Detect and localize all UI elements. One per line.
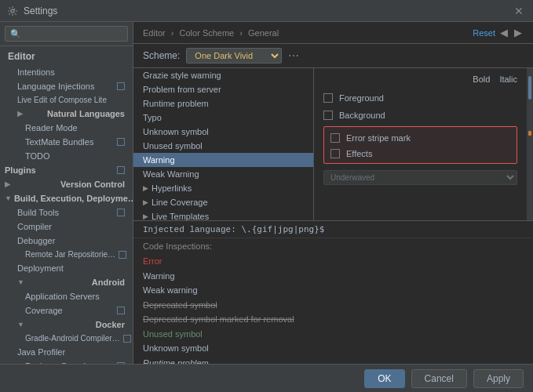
- sidebar-item-debugger[interactable]: Debugger: [0, 234, 133, 248]
- dialog-footer: OK Cancel Apply: [0, 364, 533, 392]
- error-stripe-label: Error stripe mark: [346, 133, 411, 143]
- code-item-deprecated: Deprecated symbol: [143, 298, 524, 313]
- sidebar-item-gradle-android[interactable]: Gradle-Android Compiler…: [0, 332, 133, 345]
- list-item-unused-symbol[interactable]: Unused symbol: [133, 139, 313, 153]
- title-text: Settings: [24, 5, 511, 16]
- sidebar-item-deployment[interactable]: Deployment: [0, 261, 133, 275]
- sidebar-item-version-control[interactable]: ▶Version Control: [0, 177, 133, 191]
- bold-label: Bold: [473, 74, 490, 84]
- code-item-unused: Unused symbol: [143, 327, 524, 342]
- sidebar-item-intentions[interactable]: Intentions: [0, 65, 133, 79]
- scroll-orange: [528, 131, 531, 136]
- sidebar-item-todo[interactable]: TODO: [0, 149, 133, 163]
- code-item-unknown: Unknown symbol: [143, 341, 524, 356]
- breadcrumb-editor: Editor: [143, 28, 166, 38]
- close-button[interactable]: ✕: [511, 5, 527, 17]
- sidebar-item-coverage[interactable]: Coverage: [0, 303, 133, 318]
- sidebar-item-natural-languages[interactable]: ▶Natural Languages: [0, 107, 133, 121]
- cancel-button[interactable]: Cancel: [411, 369, 467, 388]
- ok-button[interactable]: OK: [364, 369, 404, 388]
- list-item-weak-warning[interactable]: Weak Warning: [133, 167, 313, 181]
- highlighted-section: Error stripe mark Effects: [323, 126, 517, 164]
- sidebar-item-java-profiler[interactable]: Java Profiler: [0, 345, 133, 359]
- injected-value: \.{gif|jpg|png}$: [241, 224, 324, 234]
- editor-area: Grazie style warning Problem from server…: [133, 68, 533, 220]
- sidebar-item-build-tools[interactable]: Build Tools: [0, 205, 133, 220]
- breadcrumb: Editor › Color Scheme › General Reset ◀ …: [133, 22, 533, 44]
- foreground-checkbox[interactable]: [323, 93, 333, 103]
- sidebar-item-remote-jar[interactable]: Remote Jar Repositorie…: [0, 248, 133, 261]
- effects-label: Effects: [346, 149, 372, 158]
- breadcrumb-path: Editor › Color Scheme › General: [143, 28, 279, 38]
- sidebar-item-live-edit[interactable]: Live Edit of Compose Lite: [0, 93, 133, 107]
- svg-point-0: [11, 9, 14, 13]
- settings-dialog: Settings ✕ Editor Intentions Language In…: [0, 0, 533, 392]
- sidebar-item-compiler[interactable]: Compiler: [0, 220, 133, 234]
- list-item-line-coverage[interactable]: ▶Line Coverage: [133, 195, 313, 209]
- code-item-runtime: Runtime problem: [143, 356, 524, 365]
- badge-sq6: [117, 307, 125, 314]
- foreground-row: Foreground: [323, 92, 517, 104]
- breadcrumb-general: General: [248, 28, 279, 38]
- effects-select[interactable]: Underwaved: [323, 170, 517, 185]
- sidebar-item-reader-mode[interactable]: Reader Mode: [0, 121, 133, 135]
- badge-sq: [117, 82, 125, 90]
- sep1: ›: [171, 28, 177, 38]
- breadcrumb-nav: Reset ◀ ▶: [473, 27, 524, 38]
- sidebar-item-language-injections[interactable]: Language Injections: [0, 79, 133, 93]
- items-list: Grazie style warning Problem from server…: [133, 68, 314, 220]
- sidebar-item-android[interactable]: ▼Android: [0, 275, 133, 289]
- code-item-deprecated-marked: Deprecated symbol marked for removal: [143, 312, 524, 327]
- effects-checkbox[interactable]: [330, 149, 340, 158]
- badge-sq4: [117, 209, 125, 216]
- prop-header: Bold Italic: [323, 74, 517, 84]
- code-item-warning: Warning: [143, 269, 524, 284]
- settings-icon: [6, 5, 19, 17]
- badge-sq3: [117, 166, 125, 174]
- code-inspections: Code Inspections: Error Warning Weak war…: [133, 238, 533, 364]
- bottom-area: Injected language: \.{gif|jpg|png}$ Code…: [133, 220, 533, 364]
- reset-button[interactable]: Reset: [473, 28, 495, 38]
- injected-lang-row: Injected language: \.{gif|jpg|png}$: [133, 221, 533, 238]
- effects-row: Effects: [330, 149, 510, 158]
- background-checkbox[interactable]: [323, 111, 333, 120]
- scheme-select[interactable]: One Dark Vivid Default Darcula: [186, 48, 282, 64]
- list-item-typo[interactable]: Typo: [133, 111, 313, 125]
- code-item-error: Error: [143, 254, 524, 269]
- sidebar-item-plugins[interactable]: Plugins: [0, 163, 133, 177]
- right-scroll[interactable]: [527, 68, 533, 220]
- background-row: Background: [323, 109, 517, 122]
- search-input[interactable]: [5, 26, 128, 42]
- scroll-thumb: [528, 76, 531, 100]
- nav-back-button[interactable]: ◀: [498, 27, 509, 38]
- code-inspections-label: Code Inspections:: [143, 241, 524, 251]
- apply-button[interactable]: Apply: [473, 369, 524, 388]
- badge-sq2: [117, 138, 125, 146]
- sidebar-item-app-servers[interactable]: Application Servers: [0, 289, 133, 303]
- sidebar-header-editor: Editor: [0, 48, 133, 65]
- scheme-row: Scheme: One Dark Vivid Default Darcula ⋯: [133, 44, 533, 68]
- right-panel: Editor › Color Scheme › General Reset ◀ …: [133, 22, 533, 364]
- list-item-hyperlinks[interactable]: ▶Hyperlinks: [133, 181, 313, 195]
- nav-forward-button[interactable]: ▶: [513, 27, 524, 38]
- properties-panel: Bold Italic Foreground Background: [314, 68, 527, 220]
- list-item-warning[interactable]: Warning: [133, 153, 313, 167]
- scheme-options-icon[interactable]: ⋯: [288, 49, 299, 62]
- title-bar: Settings ✕: [0, 0, 533, 22]
- sidebar-item-docker[interactable]: ▼Docker: [0, 318, 133, 332]
- list-item-live-templates[interactable]: ▶Live Templates: [133, 209, 313, 220]
- list-item-runtime-problem[interactable]: Runtime problem: [133, 96, 313, 111]
- error-stripe-checkbox[interactable]: [330, 133, 340, 143]
- list-item-grazie[interactable]: Grazie style warning: [133, 68, 313, 82]
- background-label: Background: [339, 111, 385, 120]
- list-item-unknown-symbol[interactable]: Unknown symbol: [133, 125, 313, 139]
- sidebar-section: Editor Intentions Language Injections Li…: [0, 46, 133, 364]
- code-item-weak-warning: Weak warning: [143, 283, 524, 298]
- sidebar-item-build-execution[interactable]: ▼Build, Execution, Deployme…: [0, 191, 133, 205]
- badge-sq5: [119, 251, 126, 259]
- badge-sq7: [123, 335, 131, 343]
- underwaved-row: Underwaved: [323, 170, 517, 185]
- sidebar: Editor Intentions Language Injections Li…: [0, 22, 133, 364]
- list-item-problem-server[interactable]: Problem from server: [133, 82, 313, 96]
- sidebar-item-textmate[interactable]: TextMate Bundles: [0, 135, 133, 149]
